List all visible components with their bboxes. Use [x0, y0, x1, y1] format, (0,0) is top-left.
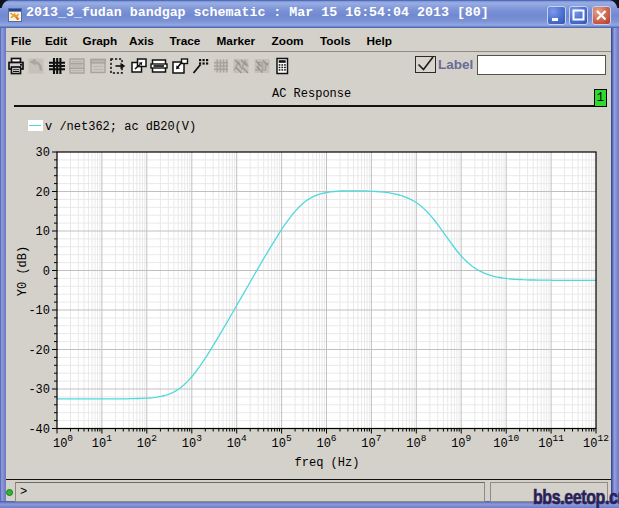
svg-text:106: 106 — [316, 433, 336, 451]
svg-text:102: 102 — [137, 433, 157, 451]
svg-text:107: 107 — [361, 433, 381, 451]
svg-text:1012: 1012 — [583, 433, 609, 451]
svg-text:1010: 1010 — [493, 433, 519, 451]
svg-text:-10: -10 — [28, 304, 50, 318]
svg-text:20: 20 — [36, 186, 50, 200]
svg-text:freq (Hz): freq (Hz) — [295, 456, 360, 470]
svg-text:Y0 (dB): Y0 (dB) — [16, 246, 30, 296]
svg-text:105: 105 — [272, 433, 292, 451]
svg-text:-30: -30 — [28, 383, 50, 397]
svg-text:101: 101 — [92, 433, 112, 451]
svg-text:30: 30 — [36, 146, 50, 160]
svg-text:100: 100 — [53, 433, 73, 451]
svg-text:109: 109 — [451, 433, 471, 451]
svg-text:0: 0 — [43, 265, 50, 279]
svg-text:10: 10 — [36, 225, 50, 239]
svg-text:-20: -20 — [28, 344, 50, 358]
svg-text:1011: 1011 — [538, 433, 564, 451]
svg-text:-40: -40 — [28, 423, 50, 437]
svg-text:103: 103 — [182, 433, 202, 451]
svg-text:104: 104 — [227, 433, 247, 451]
svg-text:108: 108 — [406, 433, 426, 451]
